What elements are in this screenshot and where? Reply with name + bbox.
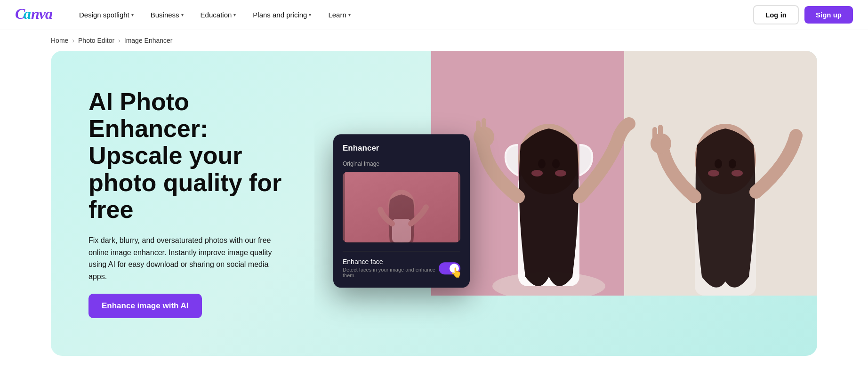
svg-rect-6 bbox=[518, 173, 579, 286]
hero-background-image bbox=[431, 51, 817, 296]
svg-point-11 bbox=[555, 170, 566, 176]
original-image-label: Original Image bbox=[343, 160, 460, 167]
enhancer-card: Enhancer Original Image Enhance fa bbox=[333, 134, 470, 288]
svg-point-21 bbox=[651, 133, 671, 154]
nav-actions: Log in Sign up bbox=[753, 5, 853, 24]
svg-point-5 bbox=[492, 272, 605, 296]
enhance-cta-button[interactable]: Enhance image with AI bbox=[88, 294, 202, 318]
original-image-preview bbox=[343, 172, 460, 242]
breadcrumb-separator: › bbox=[118, 37, 121, 44]
enhance-face-label: Enhance face bbox=[343, 258, 439, 265]
svg-rect-15 bbox=[695, 173, 756, 296]
signup-button[interactable]: Sign up bbox=[804, 6, 853, 24]
chevron-down-icon: ▾ bbox=[233, 12, 236, 17]
svg-point-8 bbox=[538, 159, 546, 168]
enhance-face-row: Enhance face Detect faces in your image … bbox=[343, 258, 460, 278]
preview-bg bbox=[343, 172, 460, 242]
svg-rect-14 bbox=[482, 118, 486, 137]
svg-point-17 bbox=[715, 159, 722, 168]
chevron-down-icon: ▾ bbox=[309, 12, 311, 17]
nav-learn[interactable]: Learn ▾ bbox=[321, 7, 358, 23]
card-divider bbox=[343, 251, 460, 251]
chevron-down-icon: ▾ bbox=[131, 12, 134, 17]
breadcrumb-photo-editor[interactable]: Photo Editor bbox=[78, 37, 114, 44]
hero-description: Fix dark, blurry, and oversaturated phot… bbox=[88, 234, 286, 282]
svg-point-18 bbox=[729, 159, 736, 168]
nav-business[interactable]: Business ▾ bbox=[143, 7, 191, 23]
svg-point-12 bbox=[474, 127, 494, 147]
svg-point-7 bbox=[518, 124, 579, 194]
nav-menu: Design spotlight ▾ Business ▾ Education … bbox=[72, 7, 753, 23]
canva-logo[interactable]: C a nva bbox=[15, 6, 53, 24]
svg-point-9 bbox=[552, 159, 560, 168]
hero-content: AI Photo Enhancer: Upscale your photo qu… bbox=[51, 51, 314, 356]
navbar: C a nva Design spotlight ▾ Business ▾ Ed… bbox=[0, 0, 868, 30]
svg-point-16 bbox=[695, 124, 756, 194]
svg-rect-4 bbox=[624, 51, 817, 296]
login-button[interactable]: Log in bbox=[753, 5, 799, 24]
toggle-container: 👆 bbox=[439, 262, 460, 274]
svg-text:nva: nva bbox=[31, 6, 53, 21]
enhance-face-desc: Detect faces in your image and enhance t… bbox=[343, 267, 439, 278]
hero-visual: Enhancer Original Image Enhance fa bbox=[314, 51, 817, 356]
breadcrumb: Home › Photo Editor › Image Enhancer bbox=[0, 30, 868, 51]
svg-rect-23 bbox=[658, 125, 663, 144]
face-info: Enhance face Detect faces in your image … bbox=[343, 258, 439, 278]
svg-rect-13 bbox=[476, 120, 481, 137]
hero-section: AI Photo Enhancer: Upscale your photo qu… bbox=[51, 51, 817, 356]
hero-title: AI Photo Enhancer: Upscale your photo qu… bbox=[88, 88, 286, 223]
nav-education[interactable]: Education ▾ bbox=[193, 7, 244, 23]
chevron-down-icon: ▾ bbox=[348, 12, 351, 17]
nav-design-spotlight[interactable]: Design spotlight ▾ bbox=[72, 7, 141, 23]
svg-point-10 bbox=[531, 170, 543, 176]
enhancer-card-title: Enhancer bbox=[343, 144, 460, 153]
cursor-icon: 👆 bbox=[450, 267, 462, 278]
breadcrumb-home[interactable]: Home bbox=[51, 37, 68, 44]
nav-plans-pricing[interactable]: Plans and pricing ▾ bbox=[245, 7, 319, 23]
svg-text:a: a bbox=[24, 6, 31, 21]
svg-rect-22 bbox=[652, 127, 657, 144]
svg-point-20 bbox=[731, 170, 743, 176]
chevron-down-icon: ▾ bbox=[181, 12, 184, 17]
svg-point-19 bbox=[708, 170, 719, 176]
breadcrumb-separator: › bbox=[72, 37, 74, 44]
breadcrumb-current: Image Enhancer bbox=[124, 37, 173, 44]
